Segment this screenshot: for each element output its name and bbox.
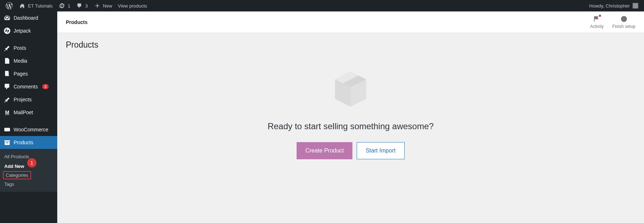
activity-action[interactable]: Activity: [590, 15, 604, 29]
submenu-tags[interactable]: Tags: [0, 179, 57, 189]
view-products-item[interactable]: View products: [115, 0, 150, 11]
sidebar-item-media[interactable]: Media: [0, 54, 57, 67]
notification-dot: [599, 15, 601, 17]
pin-icon: [4, 44, 11, 52]
start-import-button[interactable]: Start Import: [357, 142, 405, 159]
jetpack-icon: [4, 27, 11, 34]
sidebar-item-posts[interactable]: Posts: [0, 42, 57, 54]
comments-item[interactable]: 3: [73, 0, 91, 11]
pin-icon: [4, 96, 11, 103]
topbar-actions: Activity Finish setup: [590, 15, 635, 29]
dashboard-icon: [4, 14, 11, 21]
sidebar-item-dashboard[interactable]: Dashboard: [0, 11, 57, 24]
woo-icon: [4, 126, 11, 133]
sidebar-item-projects[interactable]: Projects: [0, 93, 57, 106]
svg-rect-1: [5, 71, 9, 76]
box-icon: [331, 68, 370, 111]
mailpoet-icon: M: [4, 109, 11, 116]
callout-marker: 1: [27, 158, 36, 168]
wordpress-icon: [6, 2, 13, 9]
page-content: Products Ready to start selling somethin…: [57, 33, 644, 181]
sidebar-item-woocommerce[interactable]: WooCommerce: [0, 123, 57, 136]
updates-item[interactable]: 1: [55, 0, 73, 11]
sidebar: Dashboard Jetpack Posts Media Pages: [0, 11, 57, 223]
empty-heading: Ready to start selling something awesome…: [66, 121, 635, 131]
clock-icon: [620, 15, 628, 23]
sidebar-item-label: Jetpack: [14, 28, 31, 34]
admin-bar-right[interactable]: Howdy, Christopher: [589, 3, 641, 9]
admin-bar-left: ET Tutorials 1 3 New View products: [3, 0, 150, 11]
greeting-text: Howdy, Christopher: [589, 3, 630, 9]
main-content: Products Activity Finish setup: [57, 11, 644, 223]
sidebar-item-label: Products: [14, 140, 33, 145]
plus-icon: [94, 2, 101, 9]
sidebar-item-pages[interactable]: Pages: [0, 67, 57, 80]
sidebar-item-label: WooCommerce: [14, 127, 48, 132]
sidebar-item-label: Comments: [14, 84, 38, 89]
flag-icon: [593, 15, 600, 23]
new-text: New: [103, 3, 112, 9]
sidebar-item-label: Dashboard: [14, 15, 38, 21]
topbar: Products Activity Finish setup: [57, 11, 644, 33]
topbar-title: Products: [66, 19, 88, 25]
empty-state: Ready to start selling something awesome…: [66, 60, 635, 174]
admin-bar: ET Tutorials 1 3 New View products Howdy…: [0, 0, 644, 11]
sidebar-item-label: MailPoet: [14, 110, 33, 115]
sidebar-item-products[interactable]: Products: [0, 136, 57, 149]
finish-setup-action[interactable]: Finish setup: [612, 15, 635, 29]
page-title: Products: [66, 40, 635, 50]
view-products-text: View products: [118, 3, 147, 9]
sidebar-item-label: Posts: [14, 45, 26, 51]
sidebar-item-mailpoet[interactable]: M MailPoet: [0, 106, 57, 119]
sidebar-item-label: Pages: [14, 71, 28, 77]
create-product-button[interactable]: Create Product: [297, 142, 352, 159]
page-icon: [4, 70, 11, 77]
comment-icon: [76, 2, 83, 9]
media-icon: [4, 57, 11, 64]
sidebar-item-jetpack[interactable]: Jetpack: [0, 24, 57, 37]
sidebar-item-comments[interactable]: Comments 3: [0, 80, 57, 93]
svg-point-0: [4, 28, 10, 34]
home-icon: [19, 2, 26, 9]
finish-setup-label: Finish setup: [612, 24, 635, 29]
svg-rect-2: [4, 128, 10, 131]
update-icon: [58, 2, 65, 9]
updates-count: 1: [68, 3, 70, 9]
avatar: [633, 3, 638, 9]
site-name-text: ET Tutorials: [28, 3, 53, 9]
wp-logo[interactable]: [3, 0, 16, 11]
sidebar-item-label: Media: [14, 58, 27, 64]
sidebar-item-label: Projects: [14, 97, 32, 102]
submenu-products: All Products Add New Categories Tags 1: [0, 149, 57, 192]
comments-count: 3: [85, 3, 88, 9]
activity-label: Activity: [590, 24, 604, 29]
comments-badge: 3: [42, 84, 49, 89]
archive-icon: [4, 139, 11, 146]
new-item[interactable]: New: [91, 0, 115, 11]
comment-icon: [4, 83, 11, 90]
submenu-categories[interactable]: Categories: [3, 171, 31, 179]
empty-actions: Create Product Start Import: [66, 142, 635, 159]
site-name[interactable]: ET Tutorials: [16, 0, 55, 11]
